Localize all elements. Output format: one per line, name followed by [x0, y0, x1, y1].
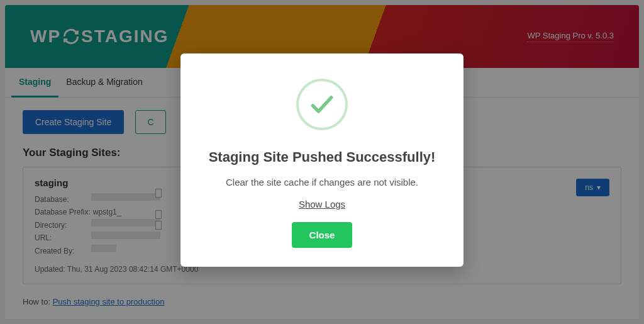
modal-overlay: Staging Site Pushed Successfully! Clear … [0, 0, 644, 324]
success-check-icon [296, 79, 348, 130]
modal-subtitle: Clear the site cache if changes are not … [203, 177, 441, 187]
modal-title: Staging Site Pushed Successfully! [203, 149, 441, 165]
success-modal: Staging Site Pushed Successfully! Clear … [180, 53, 464, 267]
close-button[interactable]: Close [292, 222, 353, 248]
show-logs-link[interactable]: Show Logs [299, 199, 345, 209]
